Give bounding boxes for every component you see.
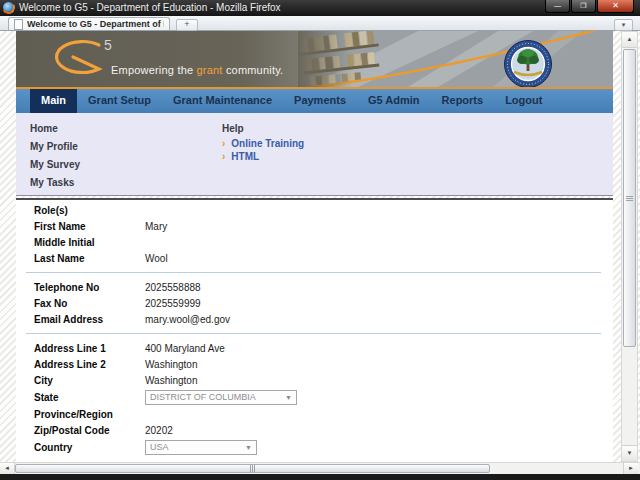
form-row: CityWashington — [16, 372, 613, 388]
section-divider — [26, 333, 601, 334]
form-row: Middle Initial — [16, 234, 613, 250]
menu-panel: HomeMy ProfileMy SurveyMy Tasks Help ›On… — [16, 113, 613, 196]
new-tab-button[interactable]: + — [176, 19, 198, 31]
list-tabs-button[interactable]: ▾ — [614, 19, 633, 31]
horizontal-scrollbar-thumb[interactable] — [15, 464, 490, 473]
field-label-address-line-1: Address Line 1 — [34, 343, 145, 354]
field-select-country[interactable]: USA▼ — [145, 440, 257, 455]
tab-welcome-to-g5[interactable]: Welcome to G5 - Department of Edu... — [8, 17, 170, 30]
help-menu: Help ›Online Training›HTML — [222, 120, 304, 163]
nav-item-payments[interactable]: Payments — [283, 89, 357, 113]
field-label-first-name: First Name — [34, 221, 145, 232]
thumb-grip — [626, 196, 633, 201]
window-title: Welcome to G5 - Department of Education … — [19, 2, 281, 13]
browser-window: Welcome to G5 - Department of Education … — [0, 0, 640, 480]
form-row: Fax No2025559999 — [16, 295, 613, 311]
restore-button[interactable]: ❐ — [571, 0, 596, 13]
horizontal-scrollbar[interactable]: ◄ ► — [0, 462, 640, 474]
field-label-last-name: Last Name — [34, 253, 145, 264]
nav-item-main[interactable]: Main — [30, 89, 77, 113]
sidebar-item-my-survey[interactable]: My Survey — [30, 156, 80, 174]
field-value-address-line-1: 400 Maryland Ave — [145, 343, 225, 354]
vertical-scrollbar-thumb[interactable] — [623, 49, 636, 347]
help-link-online-training[interactable]: ›Online Training — [222, 137, 304, 150]
field-value-telephone-no: 2025558888 — [145, 282, 201, 293]
g5-banner: 5 Empowering the grant community. — [16, 31, 613, 89]
minimize-button[interactable]: — — [545, 0, 570, 13]
link-bullet-icon: › — [222, 137, 225, 150]
bookshelf-image — [298, 31, 613, 87]
help-title: Help — [222, 120, 304, 137]
form-row: Zip/Postal Code20202 — [16, 422, 613, 438]
vertical-scrollbar[interactable]: ▲ ▼ — [621, 31, 638, 462]
field-value-fax-no: 2025559999 — [145, 298, 201, 309]
scroll-up-button[interactable]: ▲ — [622, 32, 637, 48]
nav-item-g5-admin[interactable]: G5 Admin — [357, 89, 431, 113]
form-row: Role(s) — [16, 202, 613, 218]
link-bullet-icon: › — [222, 150, 225, 163]
education-seal — [505, 41, 552, 88]
field-label-city: City — [34, 375, 145, 386]
field-label-fax-no: Fax No — [34, 298, 145, 309]
form-row: Address Line 2Washington — [16, 356, 613, 372]
tagline-suffix: community. — [223, 64, 284, 76]
nav-item-reports[interactable]: Reports — [431, 89, 495, 113]
field-value-last-name: Wool — [145, 253, 168, 264]
form-row: First NameMary — [16, 218, 613, 234]
help-link-label: Online Training — [231, 137, 304, 150]
field-label-address-line-2: Address Line 2 — [34, 359, 145, 370]
form-row: Address Line 1400 Maryland Ave — [16, 340, 613, 356]
field-select-state[interactable]: DISTRICT OF COLUMBIA▼ — [145, 390, 297, 405]
form-row: CountryUSA▼ — [16, 438, 613, 456]
field-label-province-region: Province/Region — [34, 409, 145, 420]
field-label-role-s: Role(s) — [34, 205, 145, 216]
field-value-zip-postal-code: 20202 — [145, 425, 173, 436]
field-value-email-address: mary.wool@ed.gov — [145, 314, 230, 325]
help-link-html[interactable]: ›HTML — [222, 150, 304, 163]
close-button[interactable]: ✕ — [597, 0, 634, 13]
tagline-prefix: Empowering the — [111, 64, 197, 76]
field-value-city: Washington — [145, 375, 197, 386]
field-value-first-name: Mary — [145, 221, 167, 232]
chevron-down-icon: ▼ — [245, 444, 252, 451]
form-row: StateDISTRICT OF COLUMBIA▼ — [16, 388, 613, 406]
select-value: DISTRICT OF COLUMBIA — [150, 392, 256, 402]
banner-tagline: Empowering the grant community. — [111, 64, 283, 76]
scroll-left-button[interactable]: ◄ — [0, 463, 15, 474]
sidebar-item-my-tasks[interactable]: My Tasks — [30, 174, 80, 192]
form-row: Telephone No2025558888 — [16, 279, 613, 295]
field-label-state: State — [34, 392, 145, 403]
field-label-email-address: Email Address — [34, 314, 145, 325]
tagline-accent: grant — [197, 64, 223, 76]
scroll-down-button[interactable]: ▼ — [622, 445, 637, 461]
nav-item-grant-maintenance[interactable]: Grant Maintenance — [162, 89, 283, 113]
window-bottom-border — [0, 474, 640, 480]
thumb-grip — [250, 465, 255, 472]
help-link-label: HTML — [231, 150, 259, 163]
title-bar: Welcome to G5 - Department of Education … — [0, 0, 640, 16]
sidebar-item-home[interactable]: Home — [30, 120, 80, 138]
nav-item-grant-setup[interactable]: Grant Setup — [77, 89, 162, 113]
select-value: USA — [150, 442, 169, 452]
firefox-icon — [3, 2, 14, 13]
field-label-telephone-no: Telephone No — [34, 282, 145, 293]
main-nav-bar: MainGrant SetupGrant MaintenancePayments… — [16, 89, 613, 113]
field-value-address-line-2: Washington — [145, 359, 197, 370]
nav-item-logout[interactable]: Logout — [494, 89, 553, 113]
window-controls: — ❐ ✕ — [544, 0, 634, 13]
tab-title: Welcome to G5 - Department of Edu... — [27, 19, 164, 29]
g5-logo-five: 5 — [104, 37, 112, 53]
field-label-zip-postal-code: Zip/Postal Code — [34, 425, 145, 436]
sidebar-item-my-profile[interactable]: My Profile — [30, 138, 80, 156]
form-row: Province/Region — [16, 406, 613, 422]
profile-form: Role(s)First NameMaryMiddle InitialLast … — [16, 198, 613, 462]
tab-bar: Welcome to G5 - Department of Edu... + ▾ — [0, 16, 640, 31]
left-menu: HomeMy ProfileMy SurveyMy Tasks — [30, 120, 80, 192]
form-row: Last NameWool — [16, 250, 613, 266]
chevron-down-icon: ▼ — [285, 394, 292, 401]
page-content: 5 Empowering the grant community. MainGr… — [16, 31, 613, 462]
page-icon — [14, 19, 23, 30]
form-row: Email Addressmary.wool@ed.gov — [16, 311, 613, 327]
scroll-right-button[interactable]: ► — [623, 463, 638, 474]
section-divider — [26, 272, 601, 273]
